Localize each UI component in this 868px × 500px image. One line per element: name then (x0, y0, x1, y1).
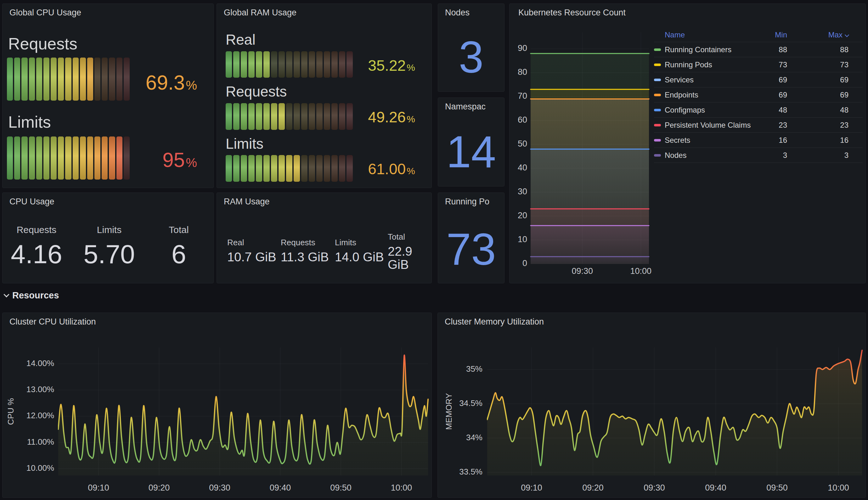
legend-header-name[interactable]: Name (654, 31, 759, 39)
gauge-label-limits: Limits (226, 136, 264, 151)
gauge-segment (256, 51, 262, 78)
gauge-segment (102, 58, 108, 101)
legend-min-value: 69 (759, 76, 787, 84)
gauge-segment (94, 136, 100, 180)
gauge-segment (36, 58, 42, 101)
gauge-segment (109, 136, 115, 180)
legend-series-name[interactable]: Running Pods (654, 60, 759, 69)
gauge-segment (309, 155, 315, 182)
legend-min-value: 69 (759, 91, 787, 99)
gauge-segment (286, 155, 292, 182)
gauge-segment (248, 103, 255, 130)
panel-kubernetes-resource-count: Kubernetes Resource Count NameMinMaxRunn… (509, 3, 866, 283)
gauge-segment (271, 155, 277, 182)
gauge-segment (124, 58, 130, 101)
gauge-label-limits: Limits (8, 114, 51, 130)
gauge-segment (248, 51, 255, 78)
gauge-segment (43, 58, 49, 101)
gauge-segment (339, 103, 345, 130)
gauge-segment (21, 136, 27, 180)
stat-cpu-requests: Requests 4.16 (11, 225, 62, 267)
panel-nodes: Nodes 3 (438, 3, 504, 92)
legend-max-value: 88 (804, 45, 848, 54)
panel-title[interactable]: Nodes (438, 4, 502, 21)
panel-cpu-usage: CPU Usage Requests 4.16 Limits 5.70 Tota… (2, 192, 214, 283)
gauge-segment (331, 155, 338, 182)
gauge-segment (102, 136, 108, 180)
panel-title[interactable]: RAM Usage (217, 193, 430, 211)
gauge-segment (226, 51, 232, 78)
legend-series-name[interactable]: Nodes (654, 151, 759, 160)
panel-title[interactable]: Namespac (438, 98, 502, 115)
row-resources[interactable]: Resources (4, 291, 59, 300)
gauge-segment (324, 155, 330, 182)
gauge-segment (324, 51, 330, 78)
gauge-segment (294, 155, 300, 182)
panel-title[interactable]: Cluster CPU Utilization (2, 313, 430, 330)
legend-series-name[interactable]: Secrets (654, 136, 759, 145)
panel-title[interactable]: Global RAM Usage (217, 4, 430, 21)
legend-series-name[interactable]: Running Containers (654, 45, 759, 54)
gauge-segment (7, 58, 13, 101)
panel-title[interactable]: Cluster Memory Utilization (438, 313, 864, 330)
series-color-pill (654, 124, 661, 126)
gauge-segment (294, 51, 300, 78)
gauge-segment (36, 136, 42, 180)
legend-max-value: 73 (804, 60, 848, 69)
gauge-segment (264, 103, 270, 130)
legend-min-value: 48 (759, 106, 787, 114)
series-color-pill (654, 48, 661, 51)
gauge-segment (14, 58, 20, 101)
gauge-segment (264, 51, 270, 78)
gauge-segment (21, 58, 27, 101)
gauge-label-requests: Requests (226, 84, 287, 99)
legend-header-max[interactable]: Max (804, 31, 848, 39)
legend-row: Running Pods7373 (654, 57, 863, 72)
gauge-segment (51, 136, 57, 180)
panel-global-cpu-usage: Global CPU Usage Requests 69.3% Limits 9… (2, 3, 214, 188)
legend-series-name[interactable]: Services (654, 76, 759, 84)
legend-header-min[interactable]: Min (759, 31, 787, 39)
series-color-pill (654, 94, 661, 96)
legend-max-value: 23 (804, 121, 848, 129)
series-color-pill (654, 79, 661, 81)
panel-title[interactable]: Global CPU Usage (2, 4, 211, 21)
cpu-requests-value: 69.3% (146, 73, 197, 93)
gauge-segment (58, 58, 64, 101)
legend-row: Persistent Volume Claims2323 (654, 117, 863, 133)
panel-namespaces: Namespac 14 (438, 98, 504, 186)
gauge-segment (264, 155, 270, 182)
panel-ram-usage: RAM Usage Real 10.7 GiB Requests 11.3 Gi… (216, 192, 432, 283)
legend-min-value: 88 (759, 45, 787, 54)
legend-series-name[interactable]: Configmaps (654, 106, 759, 114)
ram-limits-bar-gauge (226, 155, 353, 182)
panel-title[interactable]: Kubernetes Resource Count (510, 4, 864, 21)
legend-row: Endpoints6969 (654, 88, 863, 103)
gauge-segment (248, 155, 255, 182)
gauge-label-requests: Requests (8, 35, 77, 52)
gauge-segment (73, 136, 79, 180)
gauge-segment (316, 155, 323, 182)
gauge-segment (271, 51, 277, 78)
panel-global-ram-usage: Global RAM Usage Real 35.22% Requests 49… (216, 3, 432, 188)
gauge-segment (316, 51, 323, 78)
nodes-stat-value: 3 (438, 35, 504, 80)
panel-title[interactable]: Running Po (438, 193, 502, 211)
namespaces-stat-value: 14 (438, 129, 504, 174)
panel-title[interactable]: CPU Usage (2, 193, 211, 211)
legend-max-value: 48 (804, 106, 848, 114)
legend-series-name[interactable]: Endpoints (654, 91, 759, 99)
legend-series-name[interactable]: Persistent Volume Claims (654, 121, 759, 129)
stat-cpu-limits: Limits 5.70 (84, 225, 135, 267)
gauge-segment (14, 136, 20, 180)
gauge-segment (279, 103, 285, 130)
series-color-pill (654, 139, 661, 141)
legend-min-value: 73 (759, 60, 787, 69)
gauge-segment (346, 51, 353, 78)
gauge-segment (116, 58, 122, 101)
ram-limits-value: 61.00% (368, 162, 415, 177)
gauge-segment (7, 136, 13, 180)
gauge-segment (279, 155, 285, 182)
gauge-segment (233, 103, 240, 130)
cpu-limits-bar-gauge (7, 136, 130, 180)
